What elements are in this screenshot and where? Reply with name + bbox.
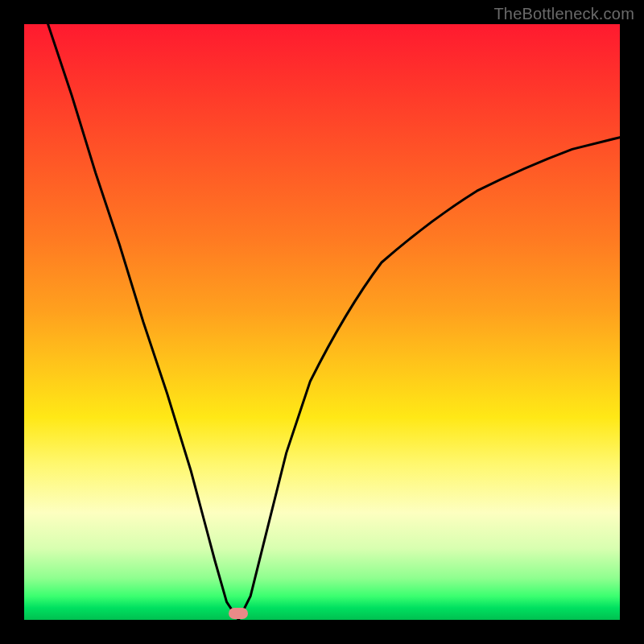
curve-right-arm — [238, 138, 620, 620]
curve-left-arm — [48, 24, 239, 620]
chart-frame: TheBottleneck.com — [0, 0, 644, 644]
plot-area — [24, 24, 620, 620]
watermark-label: TheBottleneck.com — [493, 5, 634, 23]
bottleneck-curve — [24, 24, 620, 620]
min-marker — [229, 608, 248, 619]
